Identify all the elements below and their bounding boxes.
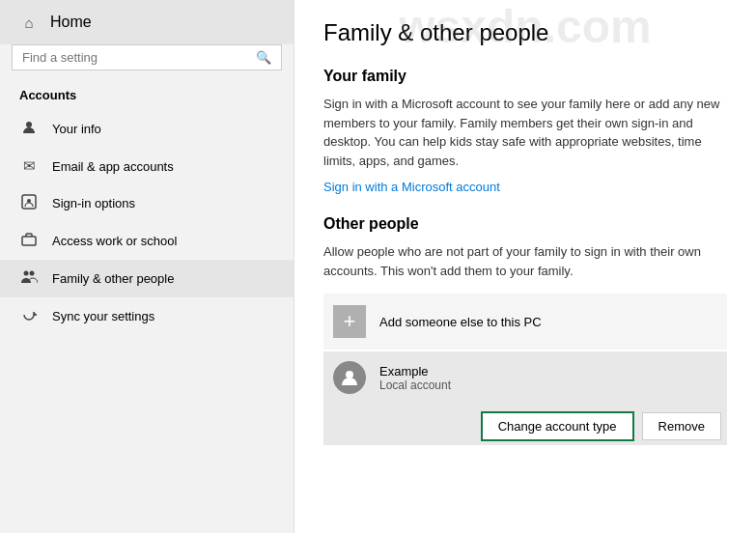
person-info: Example Local account: [379, 364, 717, 392]
briefcase-icon: [19, 232, 39, 250]
sidebar: ⌂ Home 🔍 Accounts Your info ✉ Email & ap…: [0, 0, 294, 533]
add-icon: +: [333, 305, 366, 338]
svg-point-0: [26, 122, 32, 127]
sidebar-item-label: Sync your settings: [52, 309, 154, 323]
sidebar-item-sign-in[interactable]: Sign-in options: [0, 184, 294, 222]
sidebar-item-your-info[interactable]: Your info: [0, 110, 294, 148]
page-title: Family & other people: [323, 19, 727, 46]
sidebar-item-label: Sign-in options: [52, 196, 135, 210]
sidebar-item-label: Family & other people: [52, 271, 174, 286]
avatar: [333, 361, 366, 394]
add-person-row[interactable]: + Add someone else to this PC: [323, 294, 727, 350]
sidebar-item-access-work[interactable]: Access work or school: [0, 222, 294, 260]
svg-rect-3: [22, 237, 36, 245]
home-icon: ⌂: [19, 14, 39, 31]
sidebar-home-label: Home: [50, 14, 92, 31]
svg-point-6: [346, 371, 353, 379]
person-row[interactable]: Example Local account: [323, 351, 727, 404]
sidebar-item-sync[interactable]: Sync your settings: [0, 297, 294, 335]
change-account-type-button[interactable]: Change account type: [481, 411, 634, 441]
action-row: Change account type Remove: [323, 404, 727, 445]
sidebar-item-label: Email & app accounts: [52, 159, 174, 174]
search-box[interactable]: 🔍: [12, 44, 282, 70]
family-icon: [19, 269, 39, 288]
main-content: wsxdn.com Family & other people Your fam…: [294, 0, 756, 533]
remove-button[interactable]: Remove: [642, 412, 721, 440]
sidebar-section-title: Accounts: [0, 82, 294, 110]
other-people-desc: Allow people who are not part of your fa…: [323, 242, 727, 280]
email-icon: ✉: [19, 157, 39, 175]
your-family-desc: Sign in with a Microsoft account to see …: [323, 95, 727, 170]
person-icon: [19, 120, 39, 138]
add-person-label: Add someone else to this PC: [379, 315, 542, 329]
sidebar-item-email-app[interactable]: ✉ Email & app accounts: [0, 148, 294, 184]
signin-icon: [19, 194, 39, 212]
person-type: Local account: [379, 379, 717, 392]
sidebar-home-button[interactable]: ⌂ Home: [0, 0, 294, 44]
search-input[interactable]: [22, 50, 250, 65]
ms-signin-link[interactable]: Sign in with a Microsoft account: [323, 180, 500, 194]
svg-point-4: [24, 271, 29, 276]
svg-point-2: [27, 199, 31, 203]
sidebar-item-label: Access work or school: [52, 234, 177, 248]
sync-icon: [19, 307, 39, 325]
your-family-title: Your family: [323, 68, 727, 85]
sidebar-item-label: Your info: [52, 122, 101, 136]
other-people-title: Other people: [323, 215, 727, 233]
svg-point-5: [30, 271, 35, 276]
sidebar-item-family[interactable]: Family & other people: [0, 260, 294, 297]
search-icon: 🔍: [256, 50, 271, 65]
person-name: Example: [379, 364, 717, 379]
